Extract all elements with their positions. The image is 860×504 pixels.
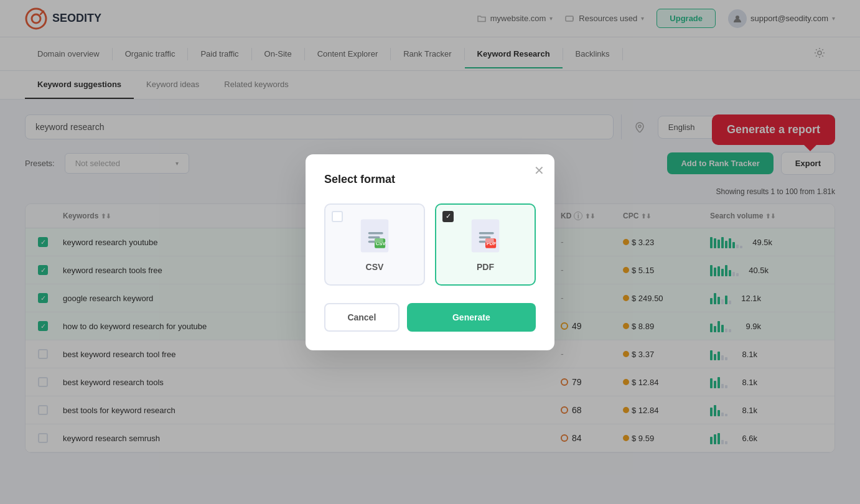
pdf-label: PDF xyxy=(477,262,494,272)
modal-close-button[interactable]: ✕ xyxy=(534,164,545,177)
cancel-button[interactable]: Cancel xyxy=(324,303,400,332)
generate-button[interactable]: Generate xyxy=(407,303,536,332)
format-card-pdf[interactable]: PDF PDF xyxy=(435,203,536,286)
svg-rect-9 xyxy=(368,236,380,238)
format-card-csv[interactable]: CSV CSV xyxy=(324,203,425,286)
modal-overlay[interactable]: Select format ✕ CSV CSV xyxy=(0,0,860,468)
select-format-modal: Select format ✕ CSV CSV xyxy=(306,154,554,350)
format-options: CSV CSV PDF PDF xyxy=(324,203,536,286)
svg-rect-16 xyxy=(479,236,491,238)
svg-rect-13 xyxy=(375,238,383,243)
modal-buttons: Cancel Generate xyxy=(324,303,536,332)
csv-label: CSV xyxy=(366,262,384,272)
pdf-checkbox xyxy=(442,211,454,222)
svg-rect-20 xyxy=(485,238,494,243)
csv-checkbox xyxy=(332,211,343,222)
csv-icon: CSV xyxy=(356,217,393,254)
svg-rect-8 xyxy=(368,232,383,234)
pdf-icon: PDF xyxy=(467,217,504,254)
svg-rect-15 xyxy=(479,232,494,234)
modal-title: Select format xyxy=(324,173,536,186)
